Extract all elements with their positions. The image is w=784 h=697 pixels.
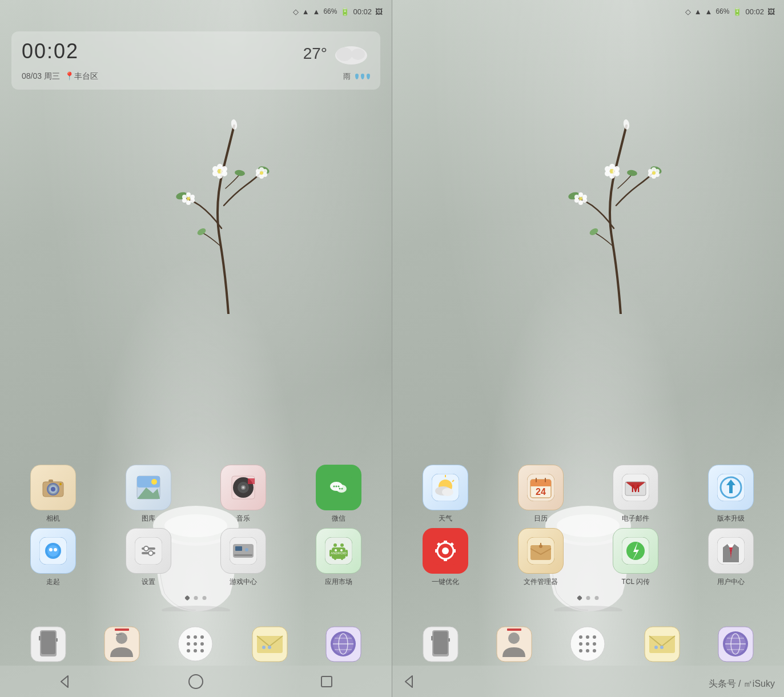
dock-phone[interactable]: [27, 623, 70, 666]
svg-point-171: [442, 547, 449, 554]
svg-rect-86: [41, 631, 55, 654]
svg-point-118: [650, 165, 663, 175]
svg-point-53: [337, 486, 339, 488]
svg-point-7: [217, 173, 223, 179]
left-signal-icon: ◇: [293, 7, 299, 16]
svg-point-51: [333, 486, 335, 488]
recent-button[interactable]: [309, 670, 344, 693]
calendar-label: 日历: [534, 514, 548, 523]
svg-point-60: [54, 548, 57, 551]
right-dock-message[interactable]: [641, 623, 684, 666]
svg-point-121: [609, 164, 615, 170]
svg-point-105: [262, 646, 266, 649]
svg-point-21: [259, 174, 264, 179]
svg-point-106: [268, 646, 271, 649]
app-weather[interactable]: 天气: [411, 465, 480, 523]
svg-point-94: [187, 635, 190, 639]
right-app-row-2: 一键优化 文件管理器: [398, 528, 778, 587]
branch-decoration-right: [564, 114, 678, 314]
music-label: 音乐: [236, 514, 250, 523]
svg-point-31: [336, 47, 352, 61]
tcl-label: TCL 闪传: [621, 577, 650, 587]
svg-point-202: [593, 642, 596, 646]
right-page-dot-2: [586, 596, 590, 600]
optimize-icon: [423, 528, 468, 574]
app-update[interactable]: 版本升级: [697, 465, 765, 523]
weather-widget: 00:02 27° 08/03 周三 📍丰台区 雨: [11, 31, 380, 90]
back-button[interactable]: [48, 670, 82, 693]
svg-rect-191: [431, 636, 433, 640]
svg-rect-175: [453, 549, 456, 553]
svg-point-131: [578, 200, 583, 205]
svg-rect-68: [235, 546, 242, 551]
svg-point-119: [589, 227, 600, 237]
svg-text:M: M: [632, 483, 640, 494]
left-app-grid: 相机 图库: [0, 465, 392, 591]
svg-point-100: [187, 649, 190, 652]
svg-point-136: [655, 169, 660, 174]
usercenter-icon: [708, 528, 754, 574]
svg-rect-168: [729, 485, 733, 493]
app-camera[interactable]: 相机: [19, 465, 87, 523]
svg-point-197: [579, 635, 582, 639]
app-appstore[interactable]: ANDROID 应用市场: [304, 528, 373, 587]
svg-point-13: [190, 198, 195, 203]
svg-point-19: [263, 169, 267, 174]
walkup-label: 走起: [46, 577, 60, 587]
right-photo-status-icon: 🖼: [767, 7, 775, 16]
app-email[interactable]: M 电子邮件: [601, 465, 670, 523]
svg-rect-80: [341, 555, 343, 560]
app-gamecenter[interactable]: 游戏中心: [209, 528, 278, 587]
app-walkup[interactable]: 走起: [19, 528, 87, 587]
right-back-button[interactable]: [392, 670, 427, 693]
left-photo-status-icon: 🖼: [375, 7, 383, 16]
gamecenter-icon: [220, 528, 266, 574]
svg-point-209: [660, 646, 664, 649]
svg-point-20: [263, 172, 267, 177]
dock-apps-button[interactable]: [174, 623, 217, 666]
svg-point-10: [218, 169, 222, 174]
weather-rain: 雨: [343, 71, 370, 82]
appstore-label: 应用市场: [325, 577, 352, 587]
app-gallery[interactable]: 图库: [114, 465, 183, 523]
svg-point-95: [194, 635, 197, 639]
gallery-label: 图库: [142, 514, 155, 523]
app-settings[interactable]: 设置: [114, 528, 183, 587]
svg-point-135: [652, 167, 656, 172]
cloud-icon: [333, 39, 370, 68]
update-icon: [708, 465, 754, 510]
dock-contacts[interactable]: [100, 623, 143, 666]
svg-point-124: [609, 173, 615, 179]
svg-point-15: [182, 198, 187, 203]
right-dock-phone[interactable]: [419, 623, 462, 666]
weather-app-icon: [423, 465, 468, 510]
app-tcl[interactable]: TCL 闪传: [601, 528, 670, 587]
app-usercenter[interactable]: 用户中心: [697, 528, 765, 587]
app-music[interactable]: 音乐: [209, 465, 278, 523]
svg-point-8: [212, 171, 218, 176]
svg-point-120: [626, 170, 637, 177]
home-button[interactable]: [179, 670, 213, 693]
svg-point-11: [186, 192, 191, 197]
svg-marker-114: [61, 676, 68, 687]
dock-message[interactable]: [248, 623, 291, 666]
email-icon: M: [613, 465, 658, 510]
svg-point-70: [249, 546, 251, 549]
app-optimize[interactable]: 一键优化: [411, 528, 480, 587]
svg-point-71: [249, 549, 251, 551]
right-page-indicators: [578, 596, 599, 600]
right-dock-contacts[interactable]: [493, 623, 536, 666]
svg-point-23: [256, 169, 260, 174]
left-nav-bar: [0, 666, 392, 697]
svg-text:ANDROID: ANDROID: [331, 551, 347, 555]
svg-point-32: [351, 49, 365, 60]
app-filemanager[interactable]: 文件管理器: [506, 528, 575, 587]
svg-point-203: [579, 649, 582, 652]
right-dock-browser[interactable]: [714, 623, 757, 666]
dock-browser[interactable]: [322, 623, 365, 666]
app-calendar[interactable]: 24 日历: [506, 465, 575, 523]
right-dock-apps-button[interactable]: [566, 623, 609, 666]
app-wechat[interactable]: 微信: [304, 465, 373, 523]
svg-point-54: [339, 488, 340, 490]
svg-point-200: [579, 642, 582, 646]
